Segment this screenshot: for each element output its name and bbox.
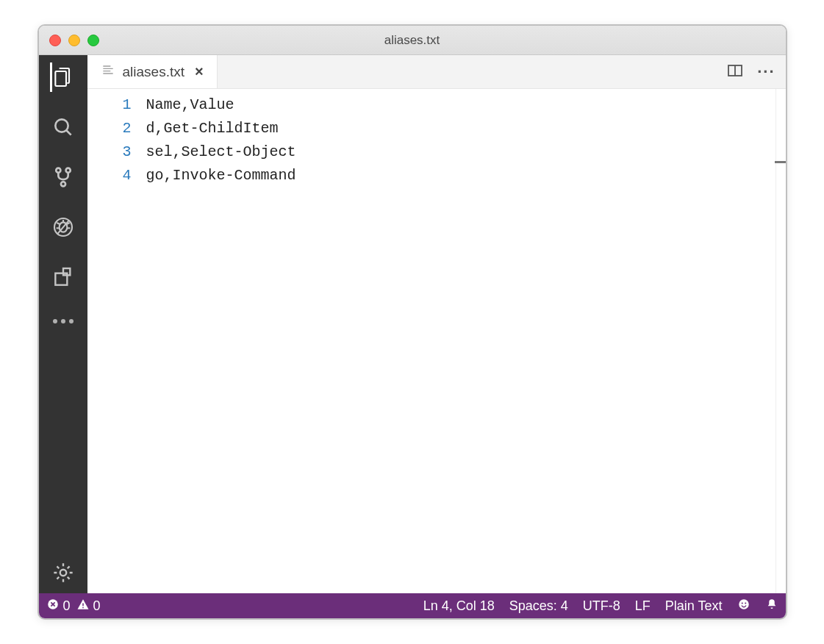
- traffic-lights: [49, 35, 99, 46]
- line-number: 2: [87, 117, 132, 140]
- settings-gear-icon[interactable]: [50, 559, 76, 586]
- file-icon: [101, 62, 115, 81]
- status-language-mode[interactable]: Plain Text: [665, 598, 723, 614]
- window-close-button[interactable]: [49, 35, 61, 46]
- split-editor-icon[interactable]: [726, 62, 744, 82]
- status-encoding[interactable]: UTF-8: [583, 598, 620, 614]
- svg-point-3: [65, 168, 70, 173]
- svg-rect-26: [82, 607, 84, 608]
- svg-point-4: [60, 182, 65, 186]
- status-warnings[interactable]: 0: [76, 598, 101, 615]
- smiley-icon: [737, 598, 750, 615]
- source-control-icon[interactable]: [50, 164, 76, 190]
- svg-line-8: [57, 223, 60, 224]
- tab-close-icon[interactable]: ×: [192, 63, 207, 80]
- warning-count: 0: [93, 598, 101, 614]
- extensions-icon[interactable]: [50, 264, 76, 290]
- error-icon: [46, 598, 60, 615]
- editor-lines[interactable]: Name,Value d,Get-ChildItem sel,Select-Ob…: [146, 89, 775, 593]
- svg-point-0: [55, 119, 68, 132]
- app-window: aliases.txt: [37, 24, 787, 620]
- status-notifications-icon[interactable]: [765, 598, 778, 615]
- line-number: 3: [87, 140, 132, 164]
- overview-ruler[interactable]: [775, 89, 786, 593]
- editor-group: aliases.txt × ··· 1 2 3 4: [87, 55, 786, 593]
- status-cursor-position[interactable]: Ln 4, Col 18: [423, 598, 495, 614]
- line-number: 1: [87, 93, 132, 117]
- status-errors[interactable]: 0: [46, 598, 71, 615]
- explorer-icon[interactable]: [50, 64, 76, 90]
- error-count: 0: [63, 598, 71, 614]
- line-number: 4: [87, 164, 132, 187]
- tab-label: aliases.txt: [123, 64, 184, 80]
- tab-bar: aliases.txt × ···: [87, 55, 786, 89]
- search-icon[interactable]: [50, 114, 76, 140]
- status-feedback-icon[interactable]: [737, 598, 750, 615]
- tab-more-icon[interactable]: ···: [757, 62, 775, 82]
- code-line: sel,Select-Object: [146, 140, 775, 164]
- debug-disabled-icon[interactable]: [50, 214, 76, 240]
- code-area[interactable]: 1 2 3 4 Name,Value d,Get-ChildItem sel,S…: [87, 89, 786, 593]
- titlebar: aliases.txt: [39, 26, 786, 55]
- code-line: d,Get-ChildItem: [146, 117, 775, 140]
- svg-point-27: [739, 599, 749, 609]
- code-line: Name,Value: [146, 93, 775, 117]
- window-zoom-button[interactable]: [87, 35, 99, 46]
- svg-rect-25: [82, 603, 84, 606]
- activity-bar: [39, 55, 87, 593]
- svg-point-28: [741, 602, 742, 604]
- status-indentation[interactable]: Spaces: 4: [509, 598, 568, 614]
- svg-point-15: [60, 570, 66, 576]
- window-minimize-button[interactable]: [68, 35, 80, 46]
- overflow-icon[interactable]: [50, 314, 76, 329]
- window-title: aliases.txt: [39, 33, 786, 48]
- code-line: go,Invoke-Command: [146, 164, 775, 187]
- bell-icon: [765, 598, 778, 615]
- svg-point-29: [745, 602, 746, 604]
- warning-icon: [76, 598, 90, 615]
- line-number-gutter: 1 2 3 4: [87, 89, 146, 593]
- tab-aliases-txt[interactable]: aliases.txt ×: [87, 55, 218, 88]
- status-bar: 0 0 Ln 4, Col 18 Spaces: 4 UTF-8 LF Plai…: [39, 593, 786, 618]
- svg-point-2: [56, 168, 60, 173]
- status-eol[interactable]: LF: [635, 598, 651, 614]
- svg-line-1: [66, 130, 71, 135]
